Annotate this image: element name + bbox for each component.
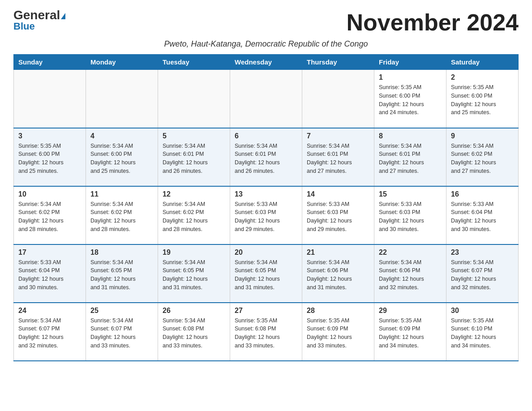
calendar-cell: [230, 70, 302, 128]
day-info: Sunrise: 5:35 AM Sunset: 6:09 PM Dayligh…: [379, 317, 442, 350]
day-info: Sunrise: 5:33 AM Sunset: 6:04 PM Dayligh…: [18, 258, 81, 292]
day-info: Sunrise: 5:33 AM Sunset: 6:04 PM Dayligh…: [451, 200, 514, 234]
calendar-cell: 13Sunrise: 5:33 AM Sunset: 6:03 PM Dayli…: [230, 186, 302, 244]
day-info: Sunrise: 5:34 AM Sunset: 6:01 PM Dayligh…: [307, 142, 369, 176]
calendar-table: SundayMondayTuesdayWednesdayThursdayFrid…: [13, 54, 519, 361]
day-info: Sunrise: 5:34 AM Sunset: 6:06 PM Dayligh…: [379, 258, 442, 292]
calendar-cell: 9Sunrise: 5:34 AM Sunset: 6:02 PM Daylig…: [446, 128, 519, 186]
calendar-cell: 2Sunrise: 5:35 AM Sunset: 6:00 PM Daylig…: [446, 70, 519, 128]
calendar-cell: 28Sunrise: 5:35 AM Sunset: 6:09 PM Dayli…: [302, 303, 374, 361]
day-number: 13: [235, 190, 297, 198]
calendar-week-5: 24Sunrise: 5:34 AM Sunset: 6:07 PM Dayli…: [14, 303, 519, 361]
day-number: 18: [90, 248, 153, 257]
calendar-cell: 20Sunrise: 5:34 AM Sunset: 6:05 PM Dayli…: [230, 244, 302, 303]
calendar-week-4: 17Sunrise: 5:33 AM Sunset: 6:04 PM Dayli…: [14, 244, 519, 303]
day-number: 5: [163, 132, 225, 140]
calendar-cell: 7Sunrise: 5:34 AM Sunset: 6:01 PM Daylig…: [302, 128, 374, 186]
calendar-cell: 1Sunrise: 5:35 AM Sunset: 6:00 PM Daylig…: [374, 70, 446, 128]
calendar-cell: [14, 70, 86, 128]
calendar-cell: 22Sunrise: 5:34 AM Sunset: 6:06 PM Dayli…: [374, 244, 446, 303]
day-info: Sunrise: 5:35 AM Sunset: 6:00 PM Dayligh…: [451, 83, 514, 117]
calendar-cell: 21Sunrise: 5:34 AM Sunset: 6:06 PM Dayli…: [302, 244, 374, 303]
day-number: 21: [307, 248, 369, 257]
day-info: Sunrise: 5:34 AM Sunset: 6:05 PM Dayligh…: [235, 258, 297, 292]
day-info: Sunrise: 5:35 AM Sunset: 6:10 PM Dayligh…: [451, 317, 514, 350]
day-number: 1: [379, 73, 442, 81]
calendar-cell: 25Sunrise: 5:34 AM Sunset: 6:07 PM Dayli…: [86, 303, 158, 361]
calendar-cell: 8Sunrise: 5:34 AM Sunset: 6:01 PM Daylig…: [374, 128, 446, 186]
day-info: Sunrise: 5:34 AM Sunset: 6:00 PM Dayligh…: [90, 142, 153, 176]
day-number: 24: [18, 307, 81, 315]
day-info: Sunrise: 5:34 AM Sunset: 6:07 PM Dayligh…: [451, 258, 514, 292]
day-number: 23: [451, 248, 514, 257]
day-number: 20: [235, 248, 297, 257]
calendar-cell: 27Sunrise: 5:35 AM Sunset: 6:08 PM Dayli…: [230, 303, 302, 361]
day-number: 27: [235, 307, 297, 315]
day-info: Sunrise: 5:34 AM Sunset: 6:02 PM Dayligh…: [163, 200, 225, 234]
calendar-cell: 3Sunrise: 5:35 AM Sunset: 6:00 PM Daylig…: [14, 128, 86, 186]
calendar-cell: 10Sunrise: 5:34 AM Sunset: 6:02 PM Dayli…: [14, 186, 86, 244]
header-monday: Monday: [86, 55, 158, 70]
calendar-cell: [302, 70, 374, 128]
calendar-cell: 30Sunrise: 5:35 AM Sunset: 6:10 PM Dayli…: [446, 303, 519, 361]
day-info: Sunrise: 5:35 AM Sunset: 6:08 PM Dayligh…: [235, 317, 297, 350]
calendar-cell: 12Sunrise: 5:34 AM Sunset: 6:02 PM Dayli…: [158, 186, 230, 244]
day-number: 10: [18, 190, 81, 198]
calendar-cell: 26Sunrise: 5:34 AM Sunset: 6:08 PM Dayli…: [158, 303, 230, 361]
calendar-cell: [86, 70, 158, 128]
calendar-cell: 17Sunrise: 5:33 AM Sunset: 6:04 PM Dayli…: [14, 244, 86, 303]
calendar-cell: 5Sunrise: 5:34 AM Sunset: 6:01 PM Daylig…: [158, 128, 230, 186]
day-number: 17: [18, 248, 81, 257]
calendar-cell: 24Sunrise: 5:34 AM Sunset: 6:07 PM Dayli…: [14, 303, 86, 361]
day-number: 6: [235, 132, 297, 140]
calendar-cell: 18Sunrise: 5:34 AM Sunset: 6:05 PM Dayli…: [86, 244, 158, 303]
page-header: General Blue November 2024: [13, 9, 519, 36]
day-info: Sunrise: 5:34 AM Sunset: 6:01 PM Dayligh…: [379, 142, 442, 176]
calendar-cell: 29Sunrise: 5:35 AM Sunset: 6:09 PM Dayli…: [374, 303, 446, 361]
calendar-header-row: SundayMondayTuesdayWednesdayThursdayFrid…: [14, 55, 519, 70]
logo-text: General: [13, 9, 65, 21]
day-info: Sunrise: 5:33 AM Sunset: 6:03 PM Dayligh…: [307, 200, 369, 234]
day-info: Sunrise: 5:34 AM Sunset: 6:07 PM Dayligh…: [90, 317, 153, 350]
calendar-cell: 4Sunrise: 5:34 AM Sunset: 6:00 PM Daylig…: [86, 128, 158, 186]
day-number: 14: [307, 190, 369, 198]
day-number: 3: [18, 132, 81, 140]
day-info: Sunrise: 5:35 AM Sunset: 6:00 PM Dayligh…: [379, 83, 442, 117]
calendar-cell: 16Sunrise: 5:33 AM Sunset: 6:04 PM Dayli…: [446, 186, 519, 244]
calendar-cell: [158, 70, 230, 128]
day-info: Sunrise: 5:34 AM Sunset: 6:05 PM Dayligh…: [163, 258, 225, 292]
day-number: 29: [379, 307, 442, 315]
day-info: Sunrise: 5:34 AM Sunset: 6:07 PM Dayligh…: [18, 317, 81, 350]
logo: General Blue: [13, 9, 65, 32]
day-info: Sunrise: 5:33 AM Sunset: 6:03 PM Dayligh…: [235, 200, 297, 234]
day-info: Sunrise: 5:35 AM Sunset: 6:09 PM Dayligh…: [307, 317, 369, 350]
day-number: 15: [379, 190, 442, 198]
calendar-cell: 23Sunrise: 5:34 AM Sunset: 6:07 PM Dayli…: [446, 244, 519, 303]
day-number: 19: [163, 248, 225, 257]
calendar-week-2: 3Sunrise: 5:35 AM Sunset: 6:00 PM Daylig…: [14, 128, 519, 186]
header-saturday: Saturday: [446, 55, 519, 70]
calendar-cell: 11Sunrise: 5:34 AM Sunset: 6:02 PM Dayli…: [86, 186, 158, 244]
day-number: 2: [451, 73, 514, 81]
day-number: 9: [451, 132, 514, 140]
day-number: 8: [379, 132, 442, 140]
calendar-cell: 19Sunrise: 5:34 AM Sunset: 6:05 PM Dayli…: [158, 244, 230, 303]
header-thursday: Thursday: [302, 55, 374, 70]
day-info: Sunrise: 5:35 AM Sunset: 6:00 PM Dayligh…: [18, 142, 81, 176]
day-number: 26: [163, 307, 225, 315]
day-info: Sunrise: 5:34 AM Sunset: 6:01 PM Dayligh…: [163, 142, 225, 176]
day-number: 7: [307, 132, 369, 140]
day-info: Sunrise: 5:34 AM Sunset: 6:05 PM Dayligh…: [90, 258, 153, 292]
calendar-week-1: 1Sunrise: 5:35 AM Sunset: 6:00 PM Daylig…: [14, 70, 519, 128]
header-wednesday: Wednesday: [230, 55, 302, 70]
day-number: 28: [307, 307, 369, 315]
day-info: Sunrise: 5:34 AM Sunset: 6:02 PM Dayligh…: [18, 200, 81, 234]
day-number: 30: [451, 307, 514, 315]
day-number: 12: [163, 190, 225, 198]
subtitle: Pweto, Haut-Katanga, Democratic Republic…: [13, 39, 519, 49]
calendar-week-3: 10Sunrise: 5:34 AM Sunset: 6:02 PM Dayli…: [14, 186, 519, 244]
day-info: Sunrise: 5:34 AM Sunset: 6:06 PM Dayligh…: [307, 258, 369, 292]
header-tuesday: Tuesday: [158, 55, 230, 70]
calendar-cell: 14Sunrise: 5:33 AM Sunset: 6:03 PM Dayli…: [302, 186, 374, 244]
header-friday: Friday: [374, 55, 446, 70]
